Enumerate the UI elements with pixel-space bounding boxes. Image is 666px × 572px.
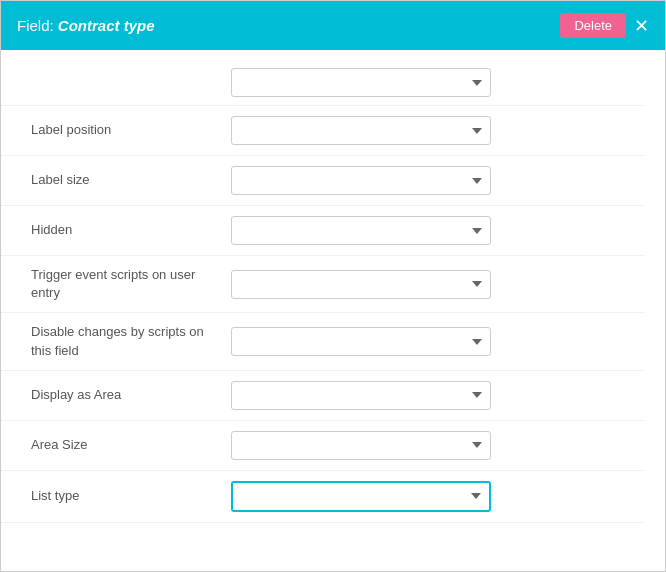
label-disable-changes: Disable changes by scripts on this field: [31, 323, 231, 359]
select-wrap-list-type: [231, 481, 491, 512]
label-trigger-event-scripts: Trigger event scripts on user entry: [31, 266, 231, 302]
select-wrap-display-as-area: [231, 381, 491, 410]
label-label-size: Label size: [31, 171, 231, 189]
top-partial-select[interactable]: [231, 68, 491, 97]
select-hidden[interactable]: [231, 216, 491, 245]
modal-container: Field: Contract type Delete ✕ Label posi…: [0, 0, 666, 572]
label-label-position: Label position: [31, 121, 231, 139]
select-label-position[interactable]: [231, 116, 491, 145]
modal-header: Field: Contract type Delete ✕: [1, 1, 665, 50]
select-wrap-area-size: [231, 431, 491, 460]
select-area-size[interactable]: [231, 431, 491, 460]
select-wrap-hidden: [231, 216, 491, 245]
close-button[interactable]: ✕: [634, 17, 649, 35]
select-wrap-label-position: [231, 116, 491, 145]
select-wrap-label-size: [231, 166, 491, 195]
form-row-disable-changes: Disable changes by scripts on this field: [1, 313, 645, 370]
label-list-type: List type: [31, 487, 231, 505]
delete-button[interactable]: Delete: [560, 13, 626, 38]
form-row-display-as-area: Display as Area: [1, 371, 645, 421]
select-list-type[interactable]: [231, 481, 491, 512]
label-hidden: Hidden: [31, 221, 231, 239]
select-disable-changes[interactable]: [231, 327, 491, 356]
form-rows: Label positionLabel sizeHiddenTrigger ev…: [1, 106, 645, 523]
form-row-list-type: List type: [1, 471, 645, 523]
form-row-area-size: Area Size: [1, 421, 645, 471]
modal-title-value: Contract type: [58, 17, 155, 34]
select-display-as-area[interactable]: [231, 381, 491, 410]
form-row-trigger-event-scripts: Trigger event scripts on user entry: [1, 256, 645, 313]
modal-title: Field: Contract type: [17, 17, 155, 34]
form-row-label-position: Label position: [1, 106, 645, 156]
label-display-as-area: Display as Area: [31, 386, 231, 404]
select-wrap-disable-changes: [231, 327, 491, 356]
select-wrap-trigger-event-scripts: [231, 270, 491, 299]
label-area-size: Area Size: [31, 436, 231, 454]
modal-title-prefix: Field:: [17, 17, 58, 34]
form-row-hidden: Hidden: [1, 206, 645, 256]
select-trigger-event-scripts[interactable]: [231, 270, 491, 299]
top-select-wrap: [231, 68, 491, 97]
form-row-label-size: Label size: [1, 156, 645, 206]
modal-header-actions: Delete ✕: [560, 13, 649, 38]
select-label-size[interactable]: [231, 166, 491, 195]
top-partial-row: [1, 60, 645, 106]
modal-body: Label positionLabel sizeHiddenTrigger ev…: [1, 50, 665, 571]
